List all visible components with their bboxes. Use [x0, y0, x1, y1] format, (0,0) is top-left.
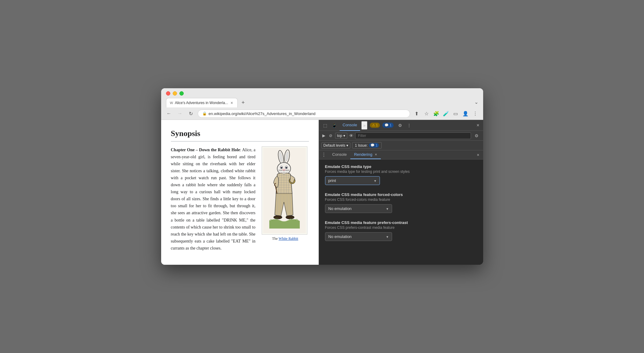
console-main-tab[interactable]: Console: [340, 120, 360, 131]
devtools-extension-button[interactable]: 🧪: [442, 109, 450, 118]
console-levels-bar: Default levels ▾ 1 Issue: 💬 1: [319, 141, 483, 150]
browser-window: W Alice's Adventures in Wonderla... × + …: [161, 88, 483, 265]
extensions-button[interactable]: 🧩: [432, 109, 441, 118]
sidebar-button[interactable]: ▭: [451, 109, 460, 118]
svg-point-25: [274, 215, 282, 219]
tab-title: Alice's Adventures in Wonderla...: [175, 101, 228, 105]
forced-colors-title: Emulate CSS media feature forced-colors: [325, 192, 477, 197]
tab-console[interactable]: Console: [329, 150, 351, 159]
image-caption: The White Rabbit: [262, 236, 309, 242]
devtools-settings-button[interactable]: ⚙: [396, 121, 404, 129]
issue-count-badge: 💬 1: [369, 143, 379, 148]
wiki-figure: The White Rabbit: [262, 146, 309, 252]
prefers-contrast-section: Emulate CSS media feature prefers-contra…: [325, 220, 477, 241]
wiki-page: Synopsis Chapter One – Down the Rabbit H…: [161, 120, 319, 265]
traffic-lights: [166, 91, 478, 96]
forced-colors-desc: Forces CSS forced-colors media feature: [325, 197, 477, 202]
inspect-element-button[interactable]: ⬚: [321, 121, 329, 129]
css-media-type-title: Emulate CSS media type: [325, 164, 477, 169]
nav-bar: ← → ↻ 🔒 en.wikipedia.org/wiki/Alice%27s_…: [161, 107, 483, 120]
content-area: Synopsis Chapter One – Down the Rabbit H…: [161, 120, 483, 265]
wiki-text: Chapter One – Down the Rabbit Hole: Alic…: [171, 146, 256, 252]
rendering-tab-close-icon[interactable]: ×: [375, 152, 377, 157]
wiki-body: Chapter One – Down the Rabbit Hole: Alic…: [171, 146, 309, 252]
rendering-tab-label: Rendering: [354, 152, 372, 157]
minimize-window-button[interactable]: [173, 91, 177, 96]
tab-favicon-icon: W: [170, 101, 173, 105]
forward-button[interactable]: →: [176, 109, 184, 118]
levels-label: Default levels: [324, 143, 345, 148]
forced-colors-select-wrapper: No emulation active none: [325, 204, 392, 213]
svg-point-9: [285, 167, 287, 168]
white-rabbit-image: [262, 146, 307, 235]
info-badge: 💬 1: [382, 123, 394, 128]
reload-button[interactable]: ↻: [187, 109, 195, 118]
clear-console-button[interactable]: ▶: [321, 132, 326, 139]
prefers-contrast-select[interactable]: No emulation forced high low more no-pre…: [325, 232, 392, 241]
context-selector[interactable]: top ▾: [335, 133, 348, 139]
stop-recording-button[interactable]: ⊘: [328, 132, 333, 139]
profile-button[interactable]: 👤: [461, 109, 470, 118]
forced-colors-section: Emulate CSS media feature forced-colors …: [325, 192, 477, 213]
title-bar: W Alice's Adventures in Wonderla... × + …: [161, 88, 483, 107]
tab-rendering[interactable]: Rendering ×: [350, 150, 381, 159]
bookmark-button[interactable]: ☆: [422, 109, 431, 118]
prefers-contrast-title: Emulate CSS media feature prefers-contra…: [325, 220, 477, 225]
tab-bar: W Alice's Adventures in Wonderla... × + …: [166, 98, 478, 107]
issue-badge[interactable]: 1 Issue: 💬 1: [352, 142, 382, 149]
panel-three-dot-button[interactable]: ⋮: [321, 152, 326, 158]
warning-badge: ⚠ 1: [370, 123, 380, 128]
svg-point-7: [281, 167, 282, 168]
nav-actions: ⬆ ☆ 🧩 🧪 ▭ 👤 ⋮: [412, 109, 479, 118]
devtools-main-toolbar: ⬚ 📱 Console » ⚠ 1 💬 1 ⚙ ⋮ ×: [319, 120, 483, 131]
css-media-type-desc: Forces media type for testing print and …: [325, 170, 477, 174]
levels-arrow-icon: ▾: [346, 143, 348, 148]
eye-icon[interactable]: 👁: [349, 133, 353, 138]
chapter-heading: Chapter One – Down the Rabbit Hole: [171, 148, 240, 152]
devtools-more-options-button[interactable]: ⋮: [405, 121, 413, 129]
lock-icon: 🔒: [202, 111, 207, 116]
device-emulation-button[interactable]: 📱: [331, 121, 338, 129]
rendering-panel: Emulate CSS media type Forces media type…: [319, 159, 483, 265]
white-rabbit-link[interactable]: White Rabbit: [279, 236, 298, 241]
tab-list-button[interactable]: ⌄: [474, 99, 478, 105]
prefers-contrast-desc: Forces CSS prefers-contrast media featur…: [325, 225, 477, 230]
caption-prefix: The: [272, 236, 278, 241]
css-media-type-select-wrapper: none print screen: [325, 176, 380, 185]
rabbit-illustration: [263, 148, 306, 233]
chrome-menu-button[interactable]: ⋮: [471, 109, 479, 118]
close-window-button[interactable]: [166, 91, 170, 96]
devtools-close-button[interactable]: ×: [475, 121, 480, 129]
filter-input[interactable]: [355, 132, 471, 139]
css-media-type-select[interactable]: none print screen: [325, 176, 380, 185]
panel-tabs-bar: ⋮ Console Rendering × ×: [319, 150, 483, 159]
synopsis-heading: Synopsis: [171, 127, 309, 142]
console-settings-button[interactable]: ⚙: [473, 132, 481, 140]
maximize-window-button[interactable]: [179, 91, 184, 96]
css-media-type-section: Emulate CSS media type Forces media type…: [325, 164, 477, 185]
tab-close-button[interactable]: ×: [230, 100, 234, 106]
browser-tab-active[interactable]: W Alice's Adventures in Wonderla... ×: [166, 98, 238, 107]
issue-text: 1 Issue:: [355, 143, 368, 148]
forced-colors-select[interactable]: No emulation active none: [325, 204, 392, 213]
panel-close-button[interactable]: ×: [476, 151, 480, 159]
more-tabs-button[interactable]: »: [361, 121, 367, 130]
context-label: top: [337, 134, 342, 138]
url-text: en.wikipedia.org/wiki/Alice%27s_Adventur…: [209, 111, 405, 116]
levels-selector[interactable]: Default levels ▾: [321, 142, 350, 149]
svg-point-10: [282, 169, 285, 171]
address-bar[interactable]: 🔒 en.wikipedia.org/wiki/Alice%27s_Advent…: [198, 110, 410, 118]
devtools-secondary-toolbar: ▶ ⊘ top ▾ 👁 ⚙: [319, 131, 483, 141]
prefers-contrast-select-wrapper: No emulation forced high low more no-pre…: [325, 232, 392, 241]
context-arrow-icon: ▾: [343, 134, 345, 138]
share-button[interactable]: ⬆: [412, 109, 421, 118]
back-button[interactable]: ←: [165, 109, 173, 118]
new-tab-button[interactable]: +: [239, 98, 247, 107]
body-text: : Alice, a seven-year-old girl, is feeli…: [171, 148, 256, 250]
devtools-panel: ⬚ 📱 Console » ⚠ 1 💬 1 ⚙ ⋮ × ▶ ⊘ top ▾ 👁: [319, 120, 483, 265]
